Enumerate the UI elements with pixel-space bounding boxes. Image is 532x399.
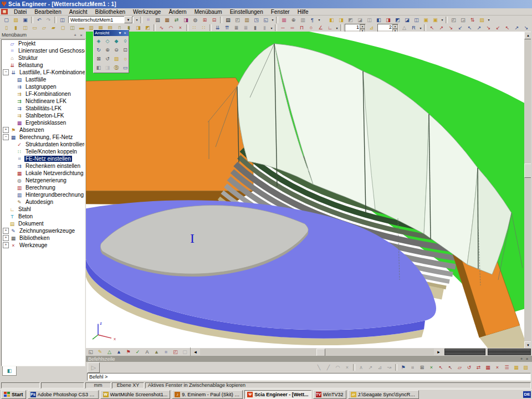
snap-ortho-icon[interactable]: ⊿	[375, 363, 385, 372]
tree-item[interactable]: +▦Bibliotheken	[2, 234, 85, 242]
taskbar-task[interactable]: ▱J:\Seagate Sync\SyncRe...	[348, 390, 419, 399]
export-button[interactable]: ◳	[252, 16, 261, 24]
tree-item[interactable]: −▦Berechnung, FE-Netz	[2, 134, 85, 141]
snap-midpoint-icon[interactable]: ×	[427, 363, 436, 372]
zoom-out-icon[interactable]: ⊖	[112, 45, 121, 54]
dropdown-arrow-icon[interactable]: ▾	[487, 16, 491, 24]
select-previous-icon[interactable]: ↺	[464, 363, 474, 372]
stretch-button[interactable]: ↘	[484, 24, 493, 32]
ucs-button[interactable]: R	[409, 24, 418, 32]
rotate-point-button[interactable]: ↖	[465, 24, 474, 32]
view-window-4-button[interactable]: ◪	[355, 16, 365, 24]
connect-members-button[interactable]: ◩	[143, 24, 152, 32]
view-y-icon[interactable]: ◇	[103, 37, 112, 45]
axes-display-icon[interactable]: △	[105, 347, 114, 356]
activity-spinner-value[interactable]	[345, 24, 360, 30]
extend-button[interactable]: ↖	[503, 24, 512, 32]
select-polygon-icon[interactable]: ▱	[455, 363, 464, 372]
labels-check-icon[interactable]: ✓	[133, 347, 142, 356]
perspective-slider[interactable]	[444, 349, 485, 355]
copy-view-icon[interactable]: ◧	[94, 63, 103, 72]
activity-apply-button[interactable]: ⊿	[367, 24, 376, 32]
print-button[interactable]: ▤	[223, 16, 233, 24]
transform-button[interactable]: ⇄	[172, 16, 181, 24]
snap-direction-icon[interactable]: ↗	[366, 363, 375, 372]
model-viewport[interactable]: I z x	[86, 32, 524, 348]
node-pair-button[interactable]: ∷	[190, 24, 199, 32]
view-window-12-button[interactable]: ▣	[431, 16, 440, 24]
clipping-box-icon[interactable]: ◱	[86, 347, 95, 356]
blank-icon[interactable]: ▢	[180, 347, 190, 356]
collapse-left-icon[interactable]: ◂	[191, 347, 200, 356]
tree-item[interactable]: ▦Lokale Netzverdichtung	[2, 170, 85, 177]
gallery-button[interactable]: ▦	[162, 16, 172, 24]
beam-button[interactable]: ▮	[11, 24, 21, 32]
tree-item[interactable]: +⚑Absenzen	[2, 126, 85, 134]
line-grid-icon[interactable]: ⊞	[417, 363, 427, 372]
library-button[interactable]: ▥	[242, 16, 252, 24]
menu-item-bearbeiten[interactable]: Bearbeiten	[31, 8, 64, 16]
view-window-11-button[interactable]: ▣	[421, 16, 431, 24]
tree-item[interactable]: ⌗FE-Netz einstellen	[2, 155, 85, 162]
pin-icon[interactable]: +	[519, 356, 524, 361]
tree-item[interactable]: +✎Zeichnungswerkzeuge	[2, 227, 85, 234]
layout-button[interactable]: ⊞	[200, 16, 209, 24]
document-system-icon[interactable]: ▦	[1, 9, 8, 14]
draw-axes-button[interactable]: ═	[288, 24, 297, 32]
tree-item[interactable]: −⇊Lastfälle, LF-Kombinationen	[2, 69, 85, 76]
ansicht-header[interactable]: Ansicht ▼ ×	[94, 30, 129, 36]
move-nodes-button[interactable]: ⇊	[213, 24, 222, 32]
results-chart-icon[interactable]: ▲	[114, 347, 124, 356]
menu-item-fenster[interactable]: Fenster	[268, 8, 293, 16]
ansicht-palette[interactable]: Ansicht ▼ × ◈◇◆◊↻⊕⊖⊡⊠↺▨☼◧◨Ⓑ▭	[93, 29, 129, 73]
modify-geometry-button[interactable]: ∿	[157, 24, 166, 32]
snap-close-icon[interactable]: ×	[342, 363, 352, 372]
tree-item[interactable]: ▦Ergebnisklassen	[2, 119, 85, 126]
select-all-icon[interactable]: ▦	[483, 363, 493, 372]
tree-item[interactable]: ⇉Nichtlineare LFK	[2, 98, 85, 105]
table-new-icon[interactable]: ▧	[521, 363, 530, 372]
view-window-5-button[interactable]: ◫	[365, 16, 374, 24]
print-data-button[interactable]: ▤	[153, 16, 162, 24]
subregion-button[interactable]: ◫	[68, 24, 77, 32]
view-x-icon[interactable]: ◈	[94, 37, 103, 45]
export-folder-button[interactable]: ▨	[477, 16, 487, 24]
chevron-down-icon[interactable]: ▼	[124, 16, 132, 23]
draw-circle-button[interactable]: ○	[306, 24, 316, 32]
view-window-9-button[interactable]: ◪	[402, 16, 412, 24]
wall-button[interactable]: ▰	[49, 24, 58, 32]
bracing-button[interactable]: ▭	[30, 24, 39, 32]
view-window-1-button[interactable]: ◧	[327, 16, 336, 24]
print-preview-button[interactable]: ◰	[233, 16, 242, 24]
project-manager-button[interactable]: ◫	[58, 16, 67, 24]
table-edit-button[interactable]: ≣	[241, 24, 250, 32]
zoom-window-icon[interactable]: ⊡	[121, 45, 130, 54]
menu-item-datei[interactable]: Datei	[11, 8, 30, 16]
support-button[interactable]: Π	[297, 24, 306, 32]
tree-item[interactable]: ◍Netzgenerierung	[2, 177, 85, 184]
layer-spinner[interactable]: ▲▼	[377, 24, 398, 32]
language-indicator[interactable]: DE	[523, 391, 531, 398]
snap-extend-icon[interactable]: ↝	[385, 363, 394, 372]
snap-line-icon[interactable]: ╲	[314, 363, 324, 372]
calculator-button[interactable]: ▦	[279, 16, 289, 24]
break-button[interactable]: ↗	[512, 24, 521, 32]
taskbar-task[interactable]: WWartMühle Screenshot1...	[100, 390, 171, 399]
view-z-icon[interactable]: ◆	[112, 37, 121, 45]
horizontal-scroll-thumb[interactable]	[316, 349, 325, 356]
pin-icon[interactable]: +	[72, 33, 78, 38]
zoom-slider[interactable]	[488, 349, 531, 355]
taskbar-task[interactable]: TVWinTV32	[313, 390, 346, 399]
title-bar[interactable]: Ψ Scia Engineer - [WetterschutzMem1 : 1]	[0, 0, 532, 8]
zoom-previous-icon[interactable]: ↺	[103, 54, 112, 63]
dot-grid-icon[interactable]: ⌗	[408, 363, 417, 372]
menu-item-menübaum[interactable]: Menübaum	[191, 8, 226, 16]
command-input[interactable]: Befehl >	[87, 373, 531, 381]
taskbar-task[interactable]: ΨScia Engineer - [Wett...	[244, 390, 311, 399]
dropdown-arrow-icon[interactable]: ▾	[418, 24, 423, 32]
tree-item[interactable]: ▱Projekt	[2, 40, 85, 47]
dropdown-arrow-icon[interactable]: ▾	[335, 24, 339, 32]
paste-view-icon[interactable]: ◨	[103, 63, 112, 72]
dropdown-arrow-icon[interactable]: ▾	[135, 16, 139, 24]
tree-item[interactable]: ✓Strukturdaten kontrollieren	[2, 141, 85, 148]
